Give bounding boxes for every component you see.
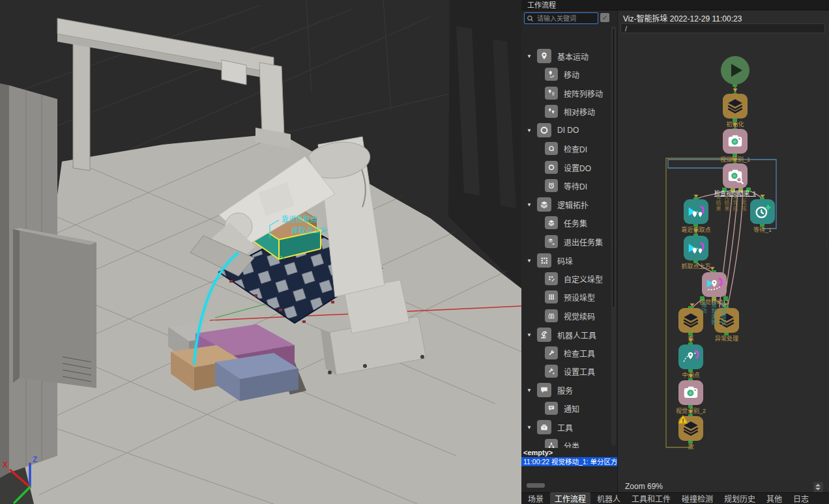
axis-label-x: X: [3, 460, 8, 469]
layers-exit-icon: [545, 235, 558, 248]
sidebar-group-label: 服务: [557, 385, 573, 396]
tab-collision-detection[interactable]: 碰撞检测: [677, 492, 718, 504]
tool-set-icon: [545, 365, 558, 378]
tab-tools-workpieces[interactable]: 工具和工件: [627, 492, 675, 504]
flow-node-mid-point[interactable]: [678, 344, 703, 369]
branch-label: 规划失败: [710, 302, 717, 326]
expand-triangle-icon[interactable]: ▼: [527, 425, 533, 430]
sidebar-group-logic-topology[interactable]: ▼ 逻辑拓扑: [521, 195, 613, 214]
sidebar-item-task-set[interactable]: 任务集: [521, 214, 613, 232]
branch-label: 未完成: [731, 194, 738, 212]
sidebar-group-di-do[interactable]: ▼ DI DO: [521, 121, 613, 139]
robot-arm-icon: [537, 328, 551, 342]
flow-node-vision-2[interactable]: [678, 380, 703, 405]
sidebar-item-label: 视觉续码: [564, 311, 595, 322]
flow-node-wait-1[interactable]: [750, 199, 775, 224]
zoom-level-label: Zoom 69%: [625, 482, 663, 491]
zoom-stepper[interactable]: [813, 481, 824, 493]
selection-empty-label: <empty>: [523, 449, 553, 456]
expand-triangle-icon[interactable]: ▼: [527, 332, 533, 338]
sidebar-item-label: 通知: [564, 403, 579, 414]
sidebar-group-basic-motion[interactable]: ▼ 基本运动: [521, 47, 613, 65]
tab-robot[interactable]: 机器人: [592, 492, 625, 504]
layers-icon: [545, 216, 558, 229]
sidebar-item-check-tool[interactable]: 检查工具: [521, 344, 613, 362]
sidebar-item-label: 检查DI: [564, 143, 587, 154]
di-check-icon: [545, 142, 558, 155]
flow-node-above-pick-point[interactable]: [684, 236, 708, 260]
flow-node-start[interactable]: [721, 56, 749, 85]
sidebar-group-robot-tools[interactable]: ▼ 机器人工具: [521, 326, 613, 344]
flow-node-approach-pick-point[interactable]: [684, 199, 708, 224]
sidebar-item-wait-di[interactable]: 等待DI: [521, 176, 613, 195]
tab-planning-history[interactable]: 规划历史: [720, 492, 760, 504]
move-icon: [687, 239, 705, 257]
flow-node-vision-move-1[interactable]: [702, 272, 727, 297]
sidebar-item-check-di[interactable]: 检查DI: [521, 139, 613, 158]
sidebar-item-exit-task-set[interactable]: 退出任务集: [521, 232, 613, 251]
layers-icon: [726, 97, 744, 115]
do-ring-icon: [545, 161, 558, 174]
expand-triangle-icon[interactable]: ▼: [527, 128, 533, 133]
sidebar-item-notify[interactable]: 通知: [521, 399, 613, 417]
stepper-down-icon[interactable]: [815, 488, 821, 490]
sidebar-item-label: 检查工具: [564, 348, 595, 359]
flow-node-check-vision-result-1[interactable]: [723, 163, 748, 188]
sidebar-item-label: 相对移动: [564, 106, 595, 117]
sidebar-scrollbar[interactable]: [611, 26, 616, 445]
sidebar-item-label: 等待DI: [564, 180, 587, 191]
sidebar-group-tools[interactable]: ▼ 工具: [521, 418, 613, 436]
sidebar-item-label: 设置工具: [564, 366, 595, 377]
flow-node-label: 视觉识别_1: [706, 155, 764, 163]
tree-resize-handle[interactable]: ·····: [562, 445, 576, 449]
expand-triangle-icon[interactable]: ▼: [527, 53, 533, 59]
sidebar-group-label: 逻辑拓扑: [557, 199, 589, 210]
stepper-up-icon[interactable]: [815, 484, 821, 486]
search-filter-checkbox[interactable]: ✓: [600, 13, 609, 22]
pin-move-icon: [545, 68, 558, 81]
sidebar-item-custom-pattern[interactable]: 自定义垛型: [521, 270, 613, 288]
play-icon: [721, 56, 749, 85]
branch-label: 成功: [700, 302, 707, 314]
flow-node-exception-handling[interactable]: [714, 308, 739, 333]
3d-viewport-scene[interactable]: 靠近抓取点 抓取点上方 Z X: [0, 0, 521, 504]
waypoint-label-approach: 靠近抓取点: [282, 215, 317, 223]
flow-node-vision-1[interactable]: [723, 129, 748, 154]
3d-viewport[interactable]: 靠近抓取点 抓取点上方 Z X: [0, 0, 521, 504]
sidebar-item-preset-pattern[interactable]: 预设垛型: [521, 288, 613, 306]
sidebar-item-label: 自定义垛型: [564, 273, 603, 285]
tab-log[interactable]: 日志: [789, 492, 813, 504]
sidebar-group-palletizing[interactable]: ▼ 码垛: [521, 251, 613, 270]
expand-triangle-icon[interactable]: ▼: [527, 258, 533, 264]
workflow-path-bar[interactable]: /: [620, 23, 825, 33]
tab-others[interactable]: 其他: [762, 492, 787, 504]
tab-scene[interactable]: 场景: [523, 492, 548, 504]
sidebar-item-move[interactable]: 移动: [521, 65, 613, 83]
ring-icon: [537, 123, 551, 137]
sidebar-group-service[interactable]: ▼ 服务: [521, 381, 613, 399]
flow-node-label: 等待_1: [733, 225, 792, 234]
sidebar-item-relative-move[interactable]: 相对移动: [521, 102, 613, 120]
flow-node-label: 抓取点上方: [667, 262, 725, 270]
branch-label: 其他错误: [720, 302, 727, 326]
sidebar-item-set-tool[interactable]: 设置工具: [521, 362, 613, 380]
expand-triangle-icon[interactable]: ▼: [527, 202, 533, 208]
cabinet[interactable]: [13, 228, 96, 388]
flow-node-init[interactable]: [723, 94, 748, 119]
pallet-preset-icon: [545, 290, 558, 303]
sidebar-item-set-do[interactable]: 设置DO: [521, 158, 613, 176]
progress-pill: [527, 483, 545, 488]
search-input[interactable]: [536, 14, 596, 23]
sidebar-item-move-by-array[interactable]: 按阵列移动: [521, 84, 613, 102]
tab-workflow[interactable]: 工作流程: [550, 492, 590, 504]
layers-icon: [682, 311, 700, 329]
sidebar-item-vision-continue[interactable]: 视觉续码: [521, 307, 613, 325]
search-box[interactable]: [524, 12, 598, 24]
sidebar-group-label: 工具: [557, 422, 573, 433]
flow-node-label: 中间点: [662, 371, 720, 379]
log-message[interactable]: 11:00:22 视觉移动_1: 单分区方形: [521, 457, 617, 466]
step-library-tree: ▼ 基本运动 移动 按阵列移动 相对移动 ▼ DI DO 检查DI 设置DO: [521, 25, 617, 448]
sidebar-scrollbar-thumb[interactable]: [612, 28, 615, 308]
waypoint-label-above: 抓取点上方: [291, 226, 327, 234]
expand-triangle-icon[interactable]: ▼: [527, 387, 533, 393]
